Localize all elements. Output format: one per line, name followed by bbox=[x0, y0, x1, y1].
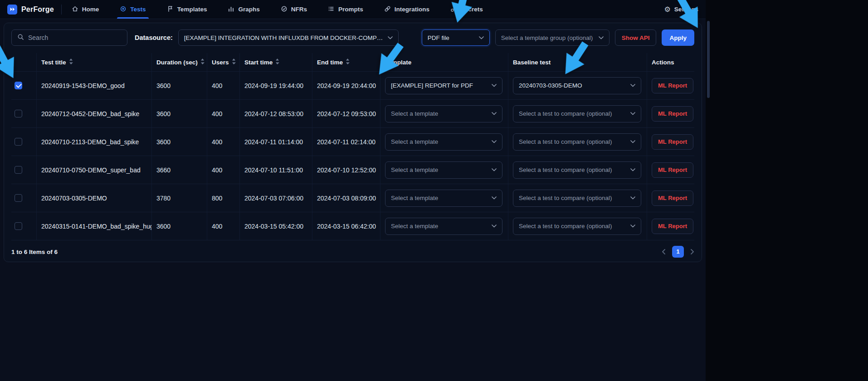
chevron-down-icon bbox=[630, 196, 635, 200]
row-baseline-select[interactable]: Select a test to compare (optional) bbox=[513, 218, 641, 235]
row-baseline-select[interactable]: Select a test to compare (optional) bbox=[513, 190, 641, 207]
apply-button[interactable]: Apply bbox=[662, 29, 694, 46]
key-icon bbox=[450, 5, 457, 14]
ml-report-button[interactable]: ML Report bbox=[652, 78, 693, 93]
sort-icon bbox=[200, 59, 205, 66]
chevron-down-icon bbox=[630, 112, 635, 115]
row-template-select[interactable]: Select a template bbox=[385, 218, 502, 235]
duration-cell: 3600 bbox=[156, 128, 207, 156]
row-template-select[interactable]: Select a template bbox=[385, 105, 502, 122]
start-time-cell: 2024-07-11 01:14:00 bbox=[244, 128, 312, 156]
template-group-select[interactable]: Select a template group (optional) bbox=[495, 29, 610, 46]
chevron-down-icon bbox=[492, 140, 497, 143]
chevron-down-icon bbox=[599, 36, 604, 39]
template-cell: Select a template bbox=[385, 212, 508, 240]
row-checkbox[interactable] bbox=[15, 166, 22, 174]
test-title-cell: 20240710-0750-DEMO_super_bad bbox=[41, 156, 152, 184]
row-template-select[interactable]: [EXAMPLE] REPORT for PDF bbox=[385, 77, 502, 94]
checkbox-cell bbox=[11, 128, 37, 156]
header-duration[interactable]: Duration (sec) bbox=[156, 53, 207, 71]
tests-icon bbox=[120, 5, 127, 14]
row-baseline-select[interactable]: Select a test to compare (optional) bbox=[513, 161, 641, 179]
actions-cell: ML Report bbox=[652, 128, 695, 156]
start-time-cell: 2024-03-15 05:42:00 bbox=[244, 212, 312, 240]
template-cell: [EXAMPLE] REPORT for PDF bbox=[385, 72, 508, 99]
test-title-cell: 20240703-0305-DEMO bbox=[41, 184, 152, 212]
template-cell: Select a template bbox=[385, 156, 508, 184]
output-format-select[interactable]: PDF file bbox=[422, 29, 490, 46]
nav-item-secrets[interactable]: Secrets bbox=[450, 0, 483, 19]
nav-item-home[interactable]: Home bbox=[72, 0, 99, 19]
page-number-button[interactable]: 1 bbox=[672, 246, 684, 258]
chevron-down-icon bbox=[630, 84, 635, 87]
row-checkbox[interactable] bbox=[15, 194, 22, 202]
ml-report-button[interactable]: ML Report bbox=[652, 190, 693, 206]
end-time-cell: 2024-03-15 06:42:00 bbox=[317, 212, 380, 240]
users-cell: 400 bbox=[212, 72, 240, 99]
nav-item-templates[interactable]: Templates bbox=[167, 0, 207, 19]
row-template-select[interactable]: Select a template bbox=[385, 161, 502, 179]
scrollbar-thumb[interactable] bbox=[707, 21, 710, 98]
nav-item-integrations[interactable]: Integrations bbox=[384, 0, 429, 19]
row-checkbox[interactable] bbox=[15, 82, 22, 89]
table-row: 20240710-0750-DEMO_super_bad 3660 400 20… bbox=[11, 156, 694, 184]
toolbar: Datasource: [EXAMPLE] INTEGRATION WITH I… bbox=[4, 23, 702, 51]
template-cell: Select a template bbox=[385, 128, 508, 156]
duration-cell: 3660 bbox=[156, 156, 207, 184]
list-icon bbox=[328, 5, 335, 14]
header-start-time[interactable]: Start time bbox=[244, 53, 312, 71]
duration-cell: 3780 bbox=[156, 184, 207, 212]
checkbox-cell bbox=[11, 184, 37, 212]
tests-table: Test title Duration (sec) Users Start ti… bbox=[11, 53, 694, 240]
table-row: 20240710-2113-DEMO_bad_spike 3600 400 20… bbox=[11, 127, 694, 156]
test-title-cell: 20240710-2113-DEMO_bad_spike bbox=[41, 128, 152, 156]
content-card: Datasource: [EXAMPLE] INTEGRATION WITH I… bbox=[4, 23, 702, 262]
start-time-cell: 2024-07-03 07:06:00 bbox=[244, 184, 312, 212]
actions-cell: ML Report bbox=[652, 184, 695, 212]
header-users[interactable]: Users bbox=[212, 53, 240, 71]
sort-icon bbox=[232, 59, 236, 66]
show-api-button[interactable]: Show API bbox=[615, 29, 657, 46]
start-time-cell: 2024-07-10 11:51:00 bbox=[244, 156, 312, 184]
row-baseline-select[interactable]: 20240703-0305-DEMO bbox=[513, 77, 641, 94]
baseline-cell: Select a test to compare (optional) bbox=[513, 184, 647, 212]
ml-report-button[interactable]: ML Report bbox=[652, 219, 693, 234]
row-template-select[interactable]: Select a template bbox=[385, 190, 502, 207]
chevron-down-icon bbox=[492, 196, 497, 200]
nav-item-graphs[interactable]: Graphs bbox=[228, 0, 259, 19]
search-box[interactable] bbox=[11, 29, 127, 46]
baseline-cell: Select a test to compare (optional) bbox=[513, 156, 647, 184]
row-baseline-select[interactable]: Select a test to compare (optional) bbox=[513, 105, 641, 122]
brand[interactable]: PerForge bbox=[7, 5, 54, 15]
row-baseline-select[interactable]: Select a test to compare (optional) bbox=[513, 133, 641, 151]
nav-item-nfrs[interactable]: NFRs bbox=[281, 0, 307, 19]
settings-button[interactable]: ⚙ Settings bbox=[664, 6, 698, 13]
header-template: Template bbox=[385, 53, 508, 71]
row-checkbox[interactable] bbox=[15, 110, 22, 117]
nav-item-prompts[interactable]: Prompts bbox=[328, 0, 363, 19]
ml-report-button[interactable]: ML Report bbox=[652, 162, 693, 178]
nav-item-tests[interactable]: Tests bbox=[120, 0, 146, 19]
end-time-cell: 2024-07-03 08:09:00 bbox=[317, 184, 380, 212]
table-footer: 1 to 6 Items of 6 1 bbox=[11, 240, 694, 262]
datasource-select[interactable]: [EXAMPLE] INTEGRATION WITH INFLUXDB FROM… bbox=[178, 29, 399, 46]
brand-name: PerForge bbox=[21, 5, 54, 14]
ml-report-button[interactable]: ML Report bbox=[652, 134, 693, 150]
next-page-button[interactable] bbox=[690, 249, 694, 254]
start-time-cell: 2024-07-12 08:53:00 bbox=[244, 100, 312, 127]
header-test-title[interactable]: Test title bbox=[41, 53, 152, 71]
row-checkbox[interactable] bbox=[15, 222, 22, 230]
row-template-select[interactable]: Select a template bbox=[385, 133, 502, 151]
row-checkbox[interactable] bbox=[15, 138, 22, 146]
ml-report-button[interactable]: ML Report bbox=[652, 106, 693, 122]
test-title-cell: 20240315-0141-DEMO_bad_spike_huge bbox=[41, 212, 152, 240]
table-body: 20240919-1543-DEMO_good 3600 400 2024-09… bbox=[11, 71, 694, 240]
search-input[interactable] bbox=[28, 34, 122, 41]
start-time-cell: 2024-09-19 19:44:00 bbox=[244, 72, 312, 99]
users-cell: 400 bbox=[212, 212, 240, 240]
prev-page-button[interactable] bbox=[662, 249, 666, 254]
test-title-cell: 20240919-1543-DEMO_good bbox=[41, 72, 152, 99]
table-header: Test title Duration (sec) Users Start ti… bbox=[11, 53, 694, 71]
header-end-time[interactable]: End time bbox=[317, 53, 380, 71]
chevron-down-icon bbox=[630, 140, 635, 143]
